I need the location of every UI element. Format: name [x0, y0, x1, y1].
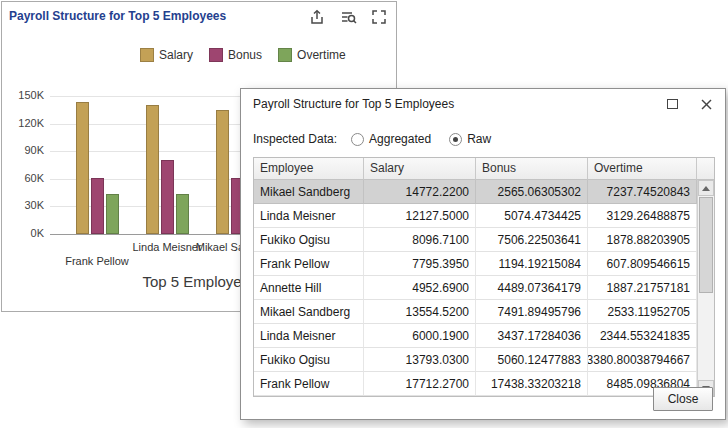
radio-aggregated[interactable]: Aggregated	[351, 132, 431, 146]
column-header-filler	[697, 158, 714, 180]
dialog-title: Payroll Structure for Top 5 Employees	[253, 97, 657, 111]
employee-cell: Mikael Sandberg	[254, 180, 364, 204]
dialog-body: Inspected Data: AggregatedRaw EmployeeSa…	[241, 119, 725, 397]
inspected-data-row: Inspected Data: AggregatedRaw	[253, 129, 713, 149]
data-grid: EmployeeSalaryBonusOvertime Mikael Sandb…	[253, 157, 715, 397]
value-cell: 17712.2700	[364, 372, 476, 396]
employee-cell: Frank Pellow	[254, 372, 364, 396]
radio-raw[interactable]: Raw	[449, 132, 491, 146]
radio-circle	[351, 133, 364, 146]
bar-overtime[interactable]	[176, 194, 189, 234]
value-cell: 3129.26488875	[588, 204, 697, 228]
value-cell: 2565.06305302	[476, 180, 588, 204]
close-button[interactable]: Close	[653, 387, 713, 411]
close-icon[interactable]	[691, 91, 721, 117]
value-cell: 1878.88203905	[588, 228, 697, 252]
value-cell: 12127.5000	[364, 204, 476, 228]
value-cell: 13554.5200	[364, 300, 476, 324]
value-cell: 6000.1900	[364, 324, 476, 348]
radio-group: AggregatedRaw	[351, 132, 491, 146]
value-cell: 607.809546615	[588, 252, 697, 276]
inspected-data-label: Inspected Data:	[253, 132, 337, 146]
value-cell: 13793.0300	[364, 348, 476, 372]
employee-cell: Mikael Sandberg	[254, 300, 364, 324]
table-row[interactable]: Annette Hill4952.69004489.073641791887.2…	[254, 276, 714, 300]
employee-cell: Annette Hill	[254, 276, 364, 300]
value-cell: 7491.89495796	[476, 300, 588, 324]
value-cell: 17438.33203218	[476, 372, 588, 396]
vertical-scrollbar[interactable]	[697, 180, 714, 396]
employee-cell: Fukiko Ogisu	[254, 228, 364, 252]
radio-label: Raw	[467, 132, 491, 146]
value-cell: 5060.12477883	[476, 348, 588, 372]
column-header[interactable]: Employee	[254, 158, 364, 180]
employee-cell: Linda Meisner	[254, 324, 364, 348]
bar-bonus[interactable]	[91, 178, 104, 234]
table-header-row: EmployeeSalaryBonusOvertime	[254, 158, 714, 180]
scroll-up-icon[interactable]	[698, 180, 714, 196]
value-cell: 2344.553241835	[588, 324, 697, 348]
y-axis-label: 150K	[2, 89, 44, 101]
radio-circle	[449, 133, 462, 146]
bar-salary[interactable]	[76, 102, 89, 234]
bar-overtime[interactable]	[106, 194, 119, 234]
y-axis-label: 0K	[2, 227, 44, 239]
column-header[interactable]: Salary	[364, 158, 476, 180]
value-cell: 2533.11952705	[588, 300, 697, 324]
y-axis-label: 60K	[2, 172, 44, 184]
table-row[interactable]: Fukiko Ogisu8096.71007506.225036411878.8…	[254, 228, 714, 252]
dialog-titlebar: Payroll Structure for Top 5 Employees	[241, 89, 725, 119]
radio-dot	[453, 137, 458, 142]
bar-bonus[interactable]	[161, 160, 174, 234]
maximize-icon[interactable]	[657, 91, 687, 117]
value-cell: 14772.2200	[364, 180, 476, 204]
table-row[interactable]: Frank Pellow7795.39501194.19215084607.80…	[254, 252, 714, 276]
data-inspector-dialog: Payroll Structure for Top 5 Employees In…	[240, 88, 726, 420]
table-row[interactable]: Linda Meisner12127.50005074.47344253129.…	[254, 204, 714, 228]
employee-cell: Frank Pellow	[254, 252, 364, 276]
bar-salary[interactable]	[146, 105, 159, 234]
table-row[interactable]: Linda Meisner6000.19003437.172840362344.…	[254, 324, 714, 348]
column-header[interactable]: Bonus	[476, 158, 588, 180]
value-cell: 8096.7100	[364, 228, 476, 252]
table-row[interactable]: Mikael Sandberg14772.22002565.0630530272…	[254, 180, 714, 204]
x-axis-label: Frank Pellow	[37, 255, 157, 267]
y-axis-label: 30K	[2, 199, 44, 211]
value-cell: 1194.19215084	[476, 252, 588, 276]
value-cell: 7237.74520843	[588, 180, 697, 204]
value-cell: 5074.4734425	[476, 204, 588, 228]
value-cell: 7795.3950	[364, 252, 476, 276]
value-cell: 3437.17284036	[476, 324, 588, 348]
bar-salary[interactable]	[216, 110, 229, 234]
table-row[interactable]: Fukiko Ogisu13793.03005060.124778833380.…	[254, 348, 714, 372]
employee-cell: Linda Meisner	[254, 204, 364, 228]
table-row[interactable]: Frank Pellow17712.270017438.332032188485…	[254, 372, 714, 396]
employee-cell: Fukiko Ogisu	[254, 348, 364, 372]
scrollbar-thumb[interactable]	[699, 197, 713, 293]
y-axis-label: 120K	[2, 117, 44, 129]
radio-label: Aggregated	[369, 132, 431, 146]
y-axis-label: 90K	[2, 144, 44, 156]
table-body: Mikael Sandberg14772.22002565.0630530272…	[254, 180, 714, 396]
value-cell: 4952.6900	[364, 276, 476, 300]
value-cell: 3380.80038794667	[588, 348, 697, 372]
table-row[interactable]: Mikael Sandberg13554.52007491.8949579625…	[254, 300, 714, 324]
value-cell: 4489.07364179	[476, 276, 588, 300]
value-cell: 7506.22503641	[476, 228, 588, 252]
column-header[interactable]: Overtime	[588, 158, 697, 180]
value-cell: 1887.21757181	[588, 276, 697, 300]
screen: Payroll Structure for Top 5 Employees Sa…	[0, 0, 728, 428]
